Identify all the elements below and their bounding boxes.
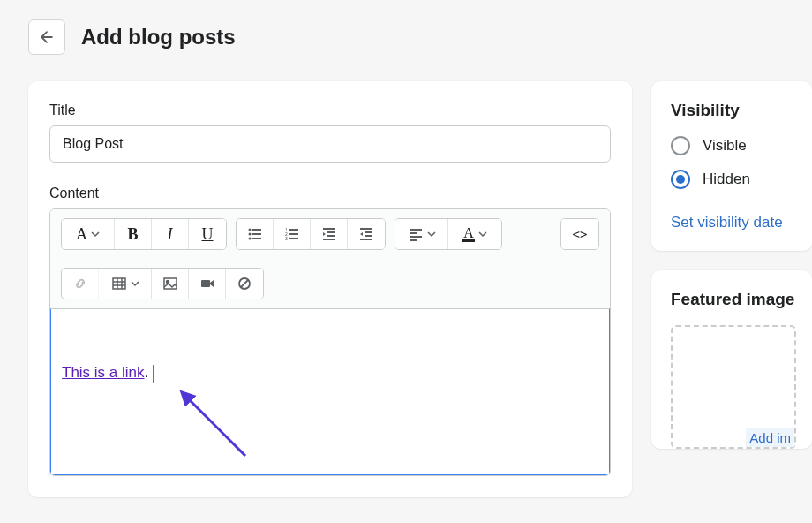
svg-rect-20 xyxy=(360,239,372,240)
svg-rect-14 xyxy=(327,231,335,233)
chevron-down-icon xyxy=(91,230,100,239)
svg-rect-21 xyxy=(410,229,422,231)
title-label: Title xyxy=(49,102,611,118)
text-color-icon: A xyxy=(462,227,475,242)
editor-content-area[interactable]: This is a link. xyxy=(49,308,611,476)
featured-image-title: Featured image xyxy=(671,290,796,309)
add-image-button[interactable]: Add im xyxy=(746,428,794,447)
text-color-dropdown[interactable]: A xyxy=(448,219,501,249)
svg-rect-4 xyxy=(252,233,261,235)
html-view-button[interactable]: <> xyxy=(561,219,598,249)
code-icon: <> xyxy=(573,227,588,241)
svg-rect-19 xyxy=(365,235,372,237)
rich-text-editor: A B I U 123 xyxy=(49,208,611,476)
bullet-list-icon xyxy=(247,226,263,242)
table-dropdown[interactable] xyxy=(99,269,152,299)
bullet-list-button[interactable] xyxy=(237,219,274,249)
svg-line-35 xyxy=(187,398,245,456)
link-icon xyxy=(72,276,88,292)
svg-rect-15 xyxy=(327,235,335,237)
visibility-card: Visibility Visible Hidden Set visibility… xyxy=(651,81,812,251)
underline-icon: U xyxy=(202,225,214,244)
visibility-title: Visibility xyxy=(671,101,796,120)
svg-point-3 xyxy=(248,233,251,236)
underline-button[interactable]: U xyxy=(189,219,226,249)
align-left-icon xyxy=(408,226,424,242)
svg-rect-8 xyxy=(289,229,298,231)
svg-rect-17 xyxy=(360,228,372,230)
outdent-button[interactable] xyxy=(311,219,348,249)
svg-rect-10 xyxy=(289,233,298,235)
indent-button[interactable] xyxy=(348,219,385,249)
arrow-left-icon xyxy=(38,28,56,46)
video-button[interactable] xyxy=(189,269,226,299)
italic-icon: I xyxy=(168,225,173,244)
numbered-list-button[interactable]: 123 xyxy=(274,219,311,249)
chevron-down-icon xyxy=(131,279,139,288)
content-label: Content xyxy=(49,186,611,201)
title-input[interactable] xyxy=(49,125,611,163)
svg-rect-18 xyxy=(365,231,372,233)
svg-rect-12 xyxy=(289,238,298,239)
italic-button[interactable]: I xyxy=(152,219,189,249)
svg-rect-30 xyxy=(164,278,177,289)
svg-rect-32 xyxy=(201,280,210,287)
indent-icon xyxy=(358,226,374,242)
svg-rect-13 xyxy=(323,228,335,230)
image-icon xyxy=(162,276,178,292)
featured-image-card: Featured image Add im xyxy=(651,270,812,449)
alignment-dropdown[interactable] xyxy=(395,219,448,249)
radio-label: Hidden xyxy=(703,171,750,188)
set-visibility-date-link[interactable]: Set visibility date xyxy=(671,214,783,231)
page-title: Add blog posts xyxy=(81,25,236,49)
outdent-icon xyxy=(321,226,337,242)
table-icon xyxy=(111,276,127,292)
svg-rect-6 xyxy=(252,238,261,239)
page-header: Add blog posts xyxy=(0,0,812,67)
font-a-icon: A xyxy=(76,225,87,244)
svg-rect-2 xyxy=(252,229,261,231)
visibility-option-hidden[interactable]: Hidden xyxy=(671,170,796,189)
radio-label: Visible xyxy=(703,137,747,155)
editor-toolbar: A B I U 123 xyxy=(50,209,610,309)
visibility-option-visible[interactable]: Visible xyxy=(671,136,796,155)
svg-line-34 xyxy=(241,280,248,287)
annotation-arrow-icon xyxy=(175,385,254,465)
svg-rect-24 xyxy=(410,239,417,241)
link-button[interactable] xyxy=(62,269,99,299)
svg-rect-23 xyxy=(410,236,422,238)
content-link[interactable]: This is a link xyxy=(62,364,145,381)
text-cursor xyxy=(153,365,154,383)
svg-text:3: 3 xyxy=(285,236,288,241)
content-text: . xyxy=(145,364,149,381)
svg-rect-25 xyxy=(113,278,125,289)
chevron-down-icon xyxy=(478,230,487,239)
paragraph-style-dropdown[interactable]: A xyxy=(62,219,115,249)
radio-checked-icon xyxy=(671,170,690,189)
main-card: Title Content A B I U xyxy=(28,81,632,497)
image-button[interactable] xyxy=(152,269,189,299)
svg-point-5 xyxy=(248,238,251,240)
bold-icon: B xyxy=(127,225,138,244)
clear-formatting-button[interactable] xyxy=(226,269,263,299)
svg-point-1 xyxy=(248,229,251,231)
svg-rect-16 xyxy=(323,239,335,240)
radio-icon xyxy=(671,136,690,155)
video-icon xyxy=(199,276,215,292)
back-button[interactable] xyxy=(28,19,65,55)
bold-button[interactable]: B xyxy=(115,219,152,249)
featured-image-dropzone[interactable]: Add im xyxy=(671,325,796,449)
clear-format-icon xyxy=(237,276,252,292)
chevron-down-icon xyxy=(427,230,436,239)
numbered-list-icon: 123 xyxy=(284,226,300,242)
svg-rect-22 xyxy=(410,232,417,234)
